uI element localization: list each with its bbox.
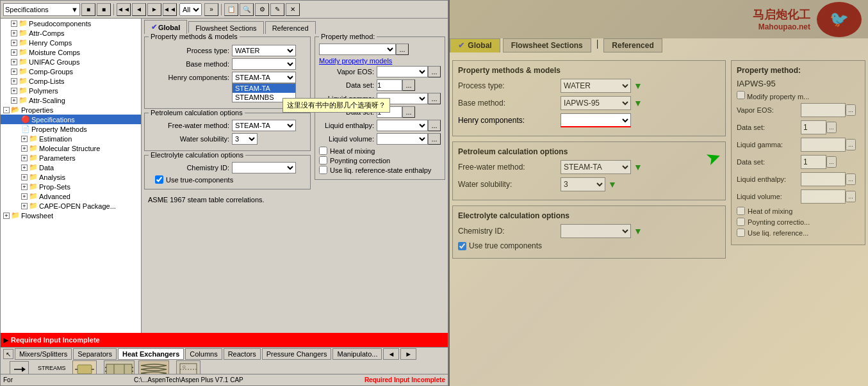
- expand-attr-comps[interactable]: +: [11, 30, 17, 36]
- expand-pseudocomponents[interactable]: +: [11, 20, 17, 27]
- tree-item-comp-lists[interactable]: + 📁 Comp-Lists: [1, 76, 141, 86]
- expand-prop-sets[interactable]: +: [21, 184, 28, 190]
- heat-mixing-checkbox[interactable]: [319, 147, 327, 155]
- toolbar-edit-btn[interactable]: ✎: [270, 3, 284, 16]
- expand-comp-groups[interactable]: +: [11, 68, 17, 75]
- tree-item-attr-comps[interactable]: + 📁 Attr-Comps: [1, 28, 141, 38]
- henry-components-select[interactable]: STEAM-TA STEAMNBS: [232, 72, 296, 83]
- expand-attr-scaling[interactable]: +: [11, 97, 17, 104]
- tree-item-unifac[interactable]: + 📁 UNIFAC Groups: [1, 57, 141, 67]
- expand-unifac[interactable]: +: [11, 59, 17, 65]
- base-method-select[interactable]: [232, 58, 296, 70]
- toolbar-prev-btn[interactable]: ◄: [132, 3, 146, 16]
- tree-item-polymers[interactable]: + 📁 Polymers: [1, 86, 141, 95]
- property-method-dots-btn[interactable]: ...: [396, 44, 409, 55]
- all-dropdown[interactable]: All: [179, 3, 202, 16]
- tree-item-pseudocomponents[interactable]: + 📁 Pseudocomponents: [1, 19, 141, 28]
- toolbar-btn-1[interactable]: ■: [81, 3, 95, 16]
- tab-heat-exchangers[interactable]: Heat Exchangers: [118, 348, 184, 360]
- expand-moisture[interactable]: +: [11, 49, 17, 56]
- liquid-gamma-dots-btn[interactable]: ...: [428, 93, 441, 104]
- liquid-volume-select[interactable]: [377, 133, 428, 145]
- data-set-input[interactable]: [377, 79, 402, 91]
- process-type-select[interactable]: WATER: [232, 45, 296, 56]
- expand-data[interactable]: +: [21, 165, 28, 171]
- free-water-row: Free-water method: STEAM-TA: [149, 120, 306, 131]
- chemistry-id-label: Chemistry ID:: [149, 164, 232, 172]
- toolbar-next-btn[interactable]: ►: [147, 3, 161, 16]
- expand-polymers[interactable]: +: [11, 88, 17, 94]
- toolbar-btn-a[interactable]: »: [204, 3, 218, 16]
- expand-advanced[interactable]: +: [21, 193, 28, 200]
- toolbar-close-btn[interactable]: ✕: [286, 3, 300, 16]
- tab-global[interactable]: ✔ Global: [144, 20, 187, 34]
- tree-item-moisture[interactable]: + 📁 Moisture Comps: [1, 47, 141, 57]
- liquid-volume-dots-btn[interactable]: ...: [428, 133, 441, 145]
- tab-more2[interactable]: ►: [400, 348, 416, 360]
- right-form-panel: ✔ Global Flowsheet Sections Referenced: [142, 19, 448, 333]
- expand-parameters[interactable]: +: [21, 155, 28, 161]
- sep1: [113, 4, 114, 15]
- tab-manipulators[interactable]: Manipulato...: [332, 348, 382, 360]
- expand-properties[interactable]: -: [3, 107, 10, 113]
- expand-analysis[interactable]: +: [21, 174, 28, 181]
- henry-option-steam-ta[interactable]: STEAM-TA: [233, 84, 295, 93]
- tab-separators[interactable]: Separators: [73, 348, 117, 360]
- toolbar-settings-btn[interactable]: ⚙: [255, 3, 269, 16]
- tree-item-advanced[interactable]: + 📁 Advanced: [1, 191, 141, 201]
- data-set-dots-btn[interactable]: ...: [402, 79, 415, 91]
- toolbar-copy-btn[interactable]: 📋: [224, 3, 238, 16]
- tree-item-prop-sets[interactable]: + 📁 Prop-Sets: [1, 182, 141, 191]
- expand-comp-lists[interactable]: +: [11, 78, 17, 84]
- expand-henry-comps[interactable]: +: [11, 40, 17, 46]
- vapor-eos-dots-btn[interactable]: ...: [428, 66, 441, 77]
- tab-referenced[interactable]: Referenced: [265, 21, 316, 34]
- modify-link[interactable]: Modify property models: [319, 57, 392, 65]
- toolbar-search-btn[interactable]: 🔍: [240, 3, 254, 16]
- tree-item-data[interactable]: + 📁 Data: [1, 163, 141, 172]
- tree-item-cape-open[interactable]: + 📁 CAPE-OPEN Package...: [1, 201, 141, 211]
- property-method-select[interactable]: [319, 44, 396, 55]
- toolbar-fwd-btn[interactable]: ◄◄: [163, 3, 177, 16]
- liquid-enthalpy-dots-btn[interactable]: ...: [428, 120, 441, 131]
- tree-item-property-methods[interactable]: 📄 Property Methods: [1, 124, 141, 134]
- overlay-top-bar: 马启炮化工 Mahoupao.net 🐦: [450, 0, 868, 38]
- expand-estimation[interactable]: +: [21, 136, 28, 142]
- tab-pressure-changers[interactable]: Pressure Changers: [262, 348, 332, 360]
- water-solubility-select[interactable]: 3: [232, 133, 258, 145]
- expand-molecular[interactable]: +: [21, 145, 28, 152]
- tree-item-comp-groups[interactable]: + 📁 Comp-Groups: [1, 67, 141, 76]
- toolbar-back-btn[interactable]: ◄◄: [117, 3, 131, 16]
- tree-item-properties[interactable]: - 📂 Properties: [1, 105, 141, 115]
- tree-label-moisture: Moisture Comps: [29, 49, 80, 56]
- cursor-btn[interactable]: ↖: [3, 349, 13, 359]
- tab-mixers-splitters[interactable]: Mixers/Splitters: [15, 348, 72, 360]
- tab-global-label: Global: [158, 24, 180, 31]
- tree-item-estimation[interactable]: + 📁 Estimation: [1, 134, 141, 143]
- overlay-henry-select[interactable]: [561, 113, 631, 127]
- chemistry-id-select[interactable]: [232, 162, 296, 173]
- data-set2-dots-btn[interactable]: ...: [402, 106, 415, 118]
- liquid-enthalpy-select[interactable]: [377, 120, 428, 131]
- poynting-checkbox[interactable]: [319, 156, 327, 165]
- liq-ref-checkbox[interactable]: [319, 166, 327, 174]
- free-water-select[interactable]: STEAM-TA: [232, 120, 296, 131]
- tree-item-attr-scaling[interactable]: + 📁 Attr-Scaling: [1, 95, 141, 105]
- toolbar-btn-2[interactable]: ■: [97, 3, 111, 16]
- tab-more[interactable]: ◄: [383, 348, 399, 360]
- tree-item-henry-comps[interactable]: + 📁 Henry Comps: [1, 38, 141, 47]
- data-set-label: Data set:: [319, 81, 377, 89]
- expand-flowsheet[interactable]: +: [3, 213, 10, 219]
- tree-item-specifications[interactable]: 🔴 Specifications: [1, 115, 141, 124]
- use-true-components-checkbox[interactable]: [155, 175, 163, 184]
- tab-flowsheet-sections[interactable]: Flowsheet Sections: [188, 21, 263, 34]
- tree-item-molecular[interactable]: + 📁 Molecular Structure: [1, 143, 141, 153]
- tree-item-flowsheet[interactable]: + 📁 Flowsheet: [1, 211, 141, 220]
- vapor-eos-select[interactable]: [377, 66, 428, 77]
- nav-dropdown[interactable]: Specifications ▼: [3, 3, 80, 16]
- tab-reactors[interactable]: Reactors: [224, 348, 261, 360]
- tree-item-analysis[interactable]: + 📁 Analysis: [1, 172, 141, 182]
- expand-cape-open[interactable]: +: [21, 203, 28, 209]
- tab-columns[interactable]: Columns: [185, 348, 222, 360]
- tree-item-parameters[interactable]: + 📁 Parameters: [1, 153, 141, 163]
